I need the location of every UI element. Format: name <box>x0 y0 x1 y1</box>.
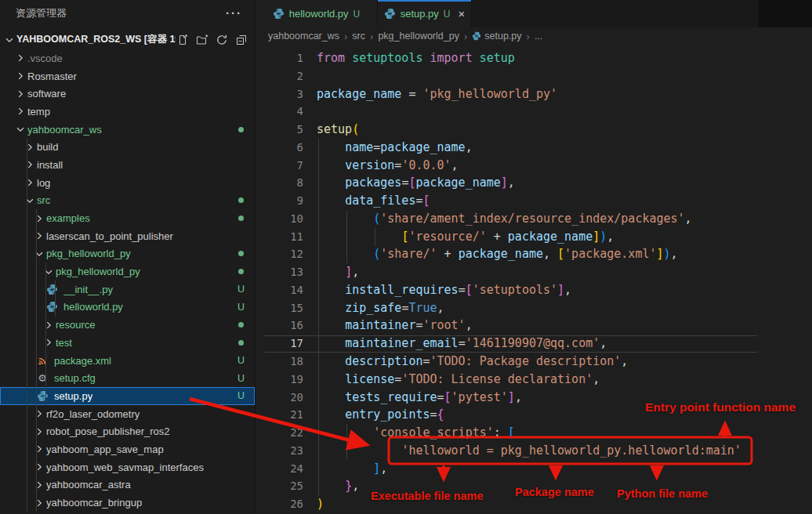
code-line-26[interactable]: 26) <box>256 495 812 513</box>
tree-item-software[interactable]: software <box>0 85 255 103</box>
tree-item-package.xml[interactable]: package.xmlU <box>0 352 255 370</box>
breadcrumb-separator: › <box>344 31 347 42</box>
tab-setup.py[interactable]: setup.pyU× <box>378 0 472 27</box>
breadcrumb-item-setup.py[interactable]: setup.py <box>472 31 521 42</box>
git-modified-dot <box>238 251 244 256</box>
chevron-right-icon <box>33 443 45 455</box>
code-line-19[interactable]: 19 license='TODO: License declaration', <box>256 371 812 389</box>
code-line-13[interactable]: 13 ], <box>256 263 812 281</box>
code-line-8[interactable]: 8 packages=[package_name], <box>256 174 812 192</box>
tree-item-label: .vscode <box>27 52 63 64</box>
chevron-right-icon <box>24 177 35 189</box>
tab-label: helloworld.py <box>289 8 349 20</box>
gear-file-icon: ⚙ <box>36 372 49 385</box>
code-line-16[interactable]: 16 maintainer='root', <box>256 317 812 335</box>
code-line-20[interactable]: 20 tests_require=['pytest'], <box>256 389 812 407</box>
tree-item-yahboomcar_ws[interactable]: yahboomcar_ws <box>0 121 255 139</box>
code-line-2[interactable]: 2 <box>256 67 812 85</box>
code-line-10[interactable]: 10 ('share/ament_index/resource_index/pa… <box>256 210 812 228</box>
tree-item-Rosmaster[interactable]: Rosmaster <box>0 67 255 85</box>
line-number: 3 <box>256 85 303 103</box>
tree-item-yahboomcar_bringup[interactable]: yahboomcar_bringup <box>0 494 255 512</box>
workspace-root-row[interactable]: YAHBOOMCAR_ROS2_WS [容器 192... <box>0 31 255 49</box>
code-line-3[interactable]: 3package_name = 'pkg_helloworld_py' <box>256 85 812 103</box>
tree-item-pkg_helloworld_py[interactable]: pkg_helloworld_py <box>0 245 255 263</box>
code-line-4[interactable]: 4 <box>256 103 812 121</box>
tree-item-test[interactable]: test <box>0 334 255 352</box>
code-line-24[interactable]: 24 ], <box>256 460 812 478</box>
line-number: 17 <box>256 335 303 353</box>
tree-item-label: robot_pose_publisher_ros2 <box>46 425 170 437</box>
tree-item-build[interactable]: build <box>0 138 255 156</box>
new-file-icon[interactable] <box>176 33 190 47</box>
code-line-23[interactable]: 23 'helloworld = pkg_helloworld_py.hello… <box>256 442 812 460</box>
code-line-7[interactable]: 7 version='0.0.0', <box>256 157 812 175</box>
new-folder-icon[interactable] <box>195 33 209 47</box>
code-text: ], <box>317 263 359 281</box>
tree-item-label: __init__.py <box>63 284 113 295</box>
tree-item-src[interactable]: src <box>0 192 255 210</box>
tree-item-resource[interactable]: resource <box>0 316 255 334</box>
code-text: ) <box>317 495 324 513</box>
line-number: 5 <box>256 121 303 139</box>
code-line-6[interactable]: 6 name=package_name, <box>256 139 812 157</box>
code-line-12[interactable]: 12 ('share/' + package_name, ['package.x… <box>256 245 812 263</box>
tree-item-temp[interactable]: temp <box>0 103 255 121</box>
tree-item-log[interactable]: log <box>0 174 255 192</box>
tabbar-dark-region <box>759 0 812 27</box>
chevron-right-icon <box>14 52 26 64</box>
tree-item-install[interactable]: install <box>0 156 255 174</box>
code-line-11[interactable]: 11 ['resource/' + package_name]), <box>256 228 812 246</box>
chevron-down-icon <box>42 266 54 277</box>
tree-item-label: setup.cfg <box>54 372 96 384</box>
code-text: from setuptools import setup <box>317 49 515 67</box>
line-number: 18 <box>256 353 303 371</box>
breadcrumb-item-src[interactable]: src <box>352 31 365 42</box>
code-editor[interactable]: 1from setuptools import setup23package_n… <box>256 45 812 514</box>
code-text: data_files=[ <box>317 192 430 210</box>
tree-item-__init__.py[interactable]: __init__.pyU <box>0 281 255 299</box>
tree-item-laserscan_to_point_pulisher[interactable]: laserscan_to_point_pulisher <box>0 227 255 245</box>
code-line-18[interactable]: 18 description='TODO: Package descriptio… <box>256 353 812 371</box>
line-number: 8 <box>256 174 303 192</box>
tree-item-.vscode[interactable]: .vscode <box>0 49 255 67</box>
code-line-5[interactable]: 5setup( <box>256 121 812 139</box>
tree-item-helloworld.py[interactable]: helloworld.pyU <box>0 299 255 317</box>
collapse-all-icon[interactable] <box>234 33 248 47</box>
code-line-15[interactable]: 15 zip_safe=True, <box>256 299 812 317</box>
tree-item-rf2o_laser_odometry[interactable]: rf2o_laser_odometry <box>0 405 255 423</box>
tree-item-yahboom_web_savmap_interfaces[interactable]: yahboom_web_savmap_interfaces <box>0 458 255 476</box>
more-actions-icon[interactable]: ··· <box>226 9 242 17</box>
code-line-17[interactable]: 17 maintainer_email='1461190907@qq.com', <box>256 335 812 353</box>
git-modified-dot <box>238 215 244 221</box>
chevron-down-icon <box>33 248 45 259</box>
chevron-right-icon <box>14 88 26 100</box>
breadcrumb-item-pkg_helloworld_py[interactable]: pkg_helloworld_py <box>378 31 459 42</box>
refresh-icon[interactable] <box>215 33 229 47</box>
tree-item-yahboomcar_astra[interactable]: yahboomcar_astra <box>0 476 255 494</box>
workspace-root-label: YAHBOOMCAR_ROS2_WS [容器 192... <box>16 33 176 46</box>
git-untracked-badge: U <box>237 373 245 384</box>
file-tree: .vscodeRosmastersoftwaretempyahboomcar_w… <box>0 49 255 512</box>
tree-item-examples[interactable]: examples <box>0 209 255 227</box>
tree-item-robot_pose_publisher_ros2[interactable]: robot_pose_publisher_ros2 <box>0 422 255 440</box>
tree-item-label: software <box>27 88 66 100</box>
code-line-25[interactable]: 25 }, <box>256 477 812 495</box>
tree-item-setup.py[interactable]: setup.pyU <box>0 387 255 405</box>
tree-item-pkg_helloworld_py[interactable]: pkg_helloworld_py <box>0 262 255 281</box>
chevron-down-icon <box>14 124 26 136</box>
code-line-21[interactable]: 21 entry_points={ <box>256 406 812 424</box>
code-line-14[interactable]: 14 install_requires=['setuptools'], <box>256 281 812 299</box>
code-line-9[interactable]: 9 data_files=[ <box>256 192 812 210</box>
breadcrumb-item-yahboomcar_ws[interactable]: yahboomcar_ws <box>268 31 339 42</box>
tree-item-yahboom_app_save_map[interactable]: yahboom_app_save_map <box>0 440 255 458</box>
tab-helloworld.py[interactable]: helloworld.pyU <box>256 0 378 27</box>
code-line-22[interactable]: 22 'console_scripts': [ <box>256 424 812 442</box>
tree-item-label: log <box>37 177 50 189</box>
close-icon[interactable]: × <box>459 7 466 20</box>
line-number: 20 <box>256 389 303 407</box>
breadcrumb-item-...[interactable]: ... <box>535 31 542 42</box>
tree-item-setup.cfg[interactable]: ⚙setup.cfgU <box>0 369 255 387</box>
code-text: description='TODO: Package description', <box>317 353 628 371</box>
code-line-1[interactable]: 1from setuptools import setup <box>256 49 812 67</box>
